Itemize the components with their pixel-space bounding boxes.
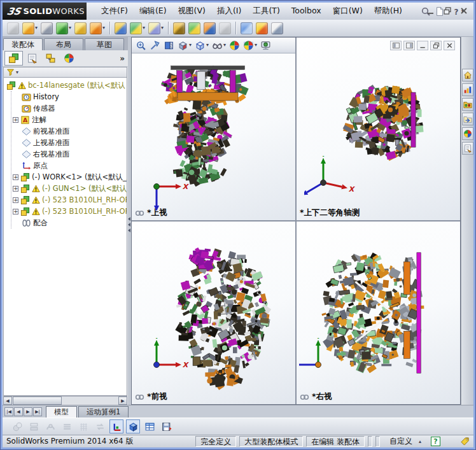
scroll-right-arrow[interactable]: ▶ xyxy=(118,397,127,405)
tree-filter-row[interactable]: ▾ xyxy=(3,67,127,78)
taskpane-appearances-button[interactable] xyxy=(462,127,473,140)
taskpane-resources-button[interactable] xyxy=(462,83,473,96)
doc-restore-button[interactable] xyxy=(430,41,442,50)
tree-item-5[interactable]: 上视基准面 xyxy=(13,137,127,148)
triad-visibility-button[interactable] xyxy=(109,419,123,433)
tag-icon[interactable] xyxy=(460,437,470,446)
taskpane-custom-properties-button[interactable] xyxy=(462,142,473,155)
hide-show-items-button[interactable]: ▾ xyxy=(211,39,227,52)
expand-box-icon[interactable]: + xyxy=(13,117,18,123)
expand-box-icon[interactable]: + xyxy=(13,197,18,203)
viewport-dimetric-view[interactable]: *上下二等角轴测YXZ xyxy=(297,38,460,220)
menu-3[interactable]: 视图(V) xyxy=(172,3,211,19)
expand-box-icon[interactable]: + xyxy=(13,174,18,180)
tree-item-11[interactable]: +(-) 523 B1010LH_RH-OP10 xyxy=(13,206,127,217)
attachments-button[interactable] xyxy=(40,22,53,35)
configurationmanager-tab[interactable] xyxy=(41,51,60,66)
quick-tips-button[interactable]: ? xyxy=(431,437,440,446)
shaded-with-edges-button[interactable] xyxy=(126,419,140,433)
doc-split-right-button[interactable] xyxy=(403,41,415,50)
customize-control[interactable]: 自定义▴ xyxy=(383,436,428,447)
dropdown-caret-icon[interactable]: ▾ xyxy=(206,43,209,48)
panel-hscrollbar[interactable]: ◀ ▶ xyxy=(3,396,127,405)
propertymanager-tab[interactable] xyxy=(23,51,41,66)
tree-item-8[interactable]: +(-) WORK<1> (默认<默认_显 xyxy=(13,171,127,183)
smart-fasteners-button[interactable] xyxy=(74,22,87,35)
panel-tab-2[interactable]: 布局 xyxy=(44,38,83,50)
minimize-window-button[interactable] xyxy=(424,4,438,17)
panel-tab-3[interactable]: 草图 xyxy=(85,38,124,50)
interference-detection-button[interactable] xyxy=(240,22,253,35)
evaluate-table-button[interactable] xyxy=(143,419,157,433)
bill-of-materials-button[interactable] xyxy=(270,22,284,35)
customize-caret-icon[interactable]: ▴ xyxy=(419,439,421,444)
dropdown-caret-icon[interactable]: ▾ xyxy=(223,43,226,48)
insert-components-button[interactable]: ▾ xyxy=(55,22,72,35)
zoom-to-area-button[interactable] xyxy=(149,39,161,52)
scrollbar-thumb[interactable] xyxy=(13,397,62,405)
viewport-right-view[interactable]: *右视YZ xyxy=(297,221,460,404)
dropdown-caret-icon[interactable]: ▾ xyxy=(35,25,38,31)
doc-split-left-button[interactable] xyxy=(390,41,402,50)
tree-item-4[interactable]: 前视基准面 xyxy=(13,125,127,137)
dropdown-caret-icon[interactable]: ▾ xyxy=(69,25,71,31)
assembly-xpert-button[interactable] xyxy=(255,22,269,35)
menu-4[interactable]: 插入(I) xyxy=(211,3,247,19)
study-tab-2[interactable]: 运动算例1 xyxy=(78,406,129,418)
edit-appearance-button[interactable] xyxy=(228,39,241,52)
reference-geometry-button[interactable]: ▾ xyxy=(129,22,146,35)
doc-minimize-button[interactable] xyxy=(417,41,428,50)
smart-components-button[interactable]: ▾ xyxy=(148,22,164,35)
tree-item-7[interactable]: 原点 xyxy=(13,160,127,171)
rotate-component-button[interactable]: ▾ xyxy=(89,22,106,35)
collapse-arrows-icon[interactable] xyxy=(128,217,130,232)
menu-2[interactable]: 编辑(E) xyxy=(134,3,172,19)
tree-item-12[interactable]: 配合 xyxy=(13,217,127,229)
zoom-fit-button[interactable] xyxy=(135,39,147,52)
mate-button[interactable] xyxy=(172,22,186,35)
menu-8[interactable]: 帮助(H) xyxy=(368,3,408,19)
tab-nav-next-button[interactable]: ▶ xyxy=(24,407,32,416)
taskpane-file-explorer-button[interactable] xyxy=(462,113,473,125)
featuremanager-tree-tab[interactable] xyxy=(4,51,23,66)
section-view-button[interactable] xyxy=(163,39,175,52)
show-hidden-components-button[interactable] xyxy=(188,22,201,35)
tab-nav-first-button[interactable]: |◀ xyxy=(4,407,13,416)
close-window-button[interactable] xyxy=(457,4,471,17)
menu-5[interactable]: 工具(T) xyxy=(247,3,285,19)
tree-item-root[interactable]: bc-14lanesgate (默认<默认 xyxy=(6,80,127,91)
view-setting-button[interactable] xyxy=(260,39,272,52)
tree-item-10[interactable]: +(-) 523 B1010LH_RH-OP10 xyxy=(13,194,127,206)
exploded-view-button[interactable] xyxy=(203,22,216,35)
display-style-button[interactable]: ▾ xyxy=(194,39,209,52)
tab-nav-prev-button[interactable]: ◀ xyxy=(14,407,23,416)
tree-item-9[interactable]: +(-) GUN<1> (默认<默认_显 xyxy=(13,183,127,194)
menu-1[interactable]: 文件(F) xyxy=(95,3,134,19)
tree-item-3[interactable]: +A注解 xyxy=(13,114,127,125)
taskpane-home-button[interactable] xyxy=(462,69,473,81)
doc-close-button[interactable] xyxy=(444,41,455,50)
displaymanager-tab[interactable] xyxy=(60,51,78,66)
viewport-front-view[interactable]: *前视YX xyxy=(132,221,295,404)
dropdown-caret-icon[interactable]: ▾ xyxy=(161,25,164,31)
restore-window-button[interactable] xyxy=(440,4,454,17)
tab-nav-last-button[interactable]: ▶| xyxy=(33,407,42,416)
expand-panel-chevron[interactable]: » xyxy=(120,54,126,63)
viewport-top-view[interactable]: *上视XZ xyxy=(132,38,295,220)
panel-tab-1[interactable]: 装配体 xyxy=(3,38,43,50)
dropdown-caret-icon[interactable]: ▾ xyxy=(255,43,257,48)
expand-box-icon[interactable]: + xyxy=(13,186,18,192)
dropdown-caret-icon[interactable]: ▾ xyxy=(189,43,192,48)
filter-dropdown-caret-icon[interactable]: ▾ xyxy=(16,70,18,75)
menu-7[interactable]: 窗口(W) xyxy=(327,3,368,19)
tree-item-1[interactable]: History xyxy=(13,91,127,102)
study-tab-1[interactable]: 模型 xyxy=(46,406,77,418)
save-table-button[interactable] xyxy=(159,419,173,433)
scroll-left-arrow[interactable]: ◀ xyxy=(3,397,12,405)
assembly-features-button[interactable] xyxy=(114,22,127,35)
scrollbar-track[interactable] xyxy=(12,397,118,405)
view-orientation-button[interactable]: ▾ xyxy=(177,39,192,52)
taskpane-design-library-button[interactable] xyxy=(462,98,473,111)
dropdown-caret-icon[interactable]: ▾ xyxy=(143,25,145,31)
tree-item-6[interactable]: 右视基准面 xyxy=(13,148,127,160)
